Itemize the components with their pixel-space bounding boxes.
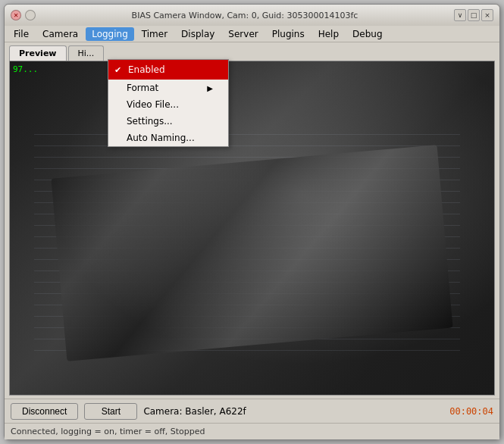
window-controls: ✕ xyxy=(11,10,36,20)
camera-view: 97... xyxy=(9,61,495,396)
timer-label: 00:00:04 xyxy=(449,406,493,417)
menu-debug[interactable]: Debug xyxy=(346,27,388,41)
menu-bar: File Camera Logging Timer Display Server… xyxy=(5,26,499,42)
tab-preview[interactable]: Preview xyxy=(9,45,67,61)
camera-label: Camera: Basler, A622f xyxy=(143,406,443,417)
disconnect-button[interactable]: Disconnect xyxy=(11,403,78,420)
menu-file[interactable]: File xyxy=(8,27,35,41)
check-icon: ✔ xyxy=(114,65,121,75)
window-title: BIAS Camera Window, Cam: 0, Guid: 305300… xyxy=(36,11,454,20)
logging-videofile-wrap: Video File... xyxy=(108,96,228,113)
logging-autonaming-wrap: Auto Naming... xyxy=(108,130,228,146)
submenu-arrow: ▶ xyxy=(207,84,213,92)
close-button[interactable]: ✕ xyxy=(11,10,21,20)
menu-camera[interactable]: Camera xyxy=(36,27,84,41)
main-window: ✕ BIAS Camera Window, Cam: 0, Guid: 3053… xyxy=(4,4,500,440)
tab-area: Preview Hi... xyxy=(9,45,495,61)
bottom-bar: Disconnect Start Camera: Basler, A622f 0… xyxy=(5,399,499,423)
menu-logging[interactable]: Logging xyxy=(86,27,134,41)
menu-timer[interactable]: Timer xyxy=(136,27,174,41)
menu-server[interactable]: Server xyxy=(222,27,264,41)
title-right-buttons: ∨ □ × xyxy=(454,9,493,21)
content-area: Preview Hi... 97... ✔ Enabled xyxy=(5,42,499,399)
logging-autonaming-item[interactable]: Auto Naming... xyxy=(108,130,228,146)
logging-dropdown: ✔ Enabled Format ▶ Video File... xyxy=(108,59,229,147)
menu-plugins[interactable]: Plugins xyxy=(266,27,311,41)
close-title-button[interactable]: × xyxy=(481,9,493,21)
logging-settings-item[interactable]: Settings... xyxy=(108,113,228,130)
status-text: Connected, logging = on, timer = off, St… xyxy=(11,427,205,436)
status-bar: Connected, logging = on, timer = off, St… xyxy=(5,423,499,439)
logging-format-wrap: Format ▶ xyxy=(108,80,228,96)
logging-settings-wrap: Settings... xyxy=(108,113,228,130)
tab-histogram[interactable]: Hi... xyxy=(68,45,105,61)
start-button[interactable]: Start xyxy=(84,403,137,420)
logging-videofile-item[interactable]: Video File... xyxy=(108,96,228,113)
logging-enabled-wrap: ✔ Enabled xyxy=(108,60,228,80)
collapse-button[interactable]: ∨ xyxy=(454,9,466,21)
camera-overlay xyxy=(10,61,494,395)
logging-format-item[interactable]: Format ▶ xyxy=(108,80,228,96)
menu-display[interactable]: Display xyxy=(175,27,221,41)
title-bar: ✕ BIAS Camera Window, Cam: 0, Guid: 3053… xyxy=(5,5,499,26)
restore-button[interactable]: □ xyxy=(468,9,480,21)
menu-help[interactable]: Help xyxy=(312,27,345,41)
frame-counter: 97... xyxy=(13,64,38,74)
camera-image: 97... xyxy=(10,61,494,395)
minimize-button[interactable] xyxy=(25,10,36,20)
logging-enabled-item[interactable]: ✔ Enabled xyxy=(108,60,228,80)
